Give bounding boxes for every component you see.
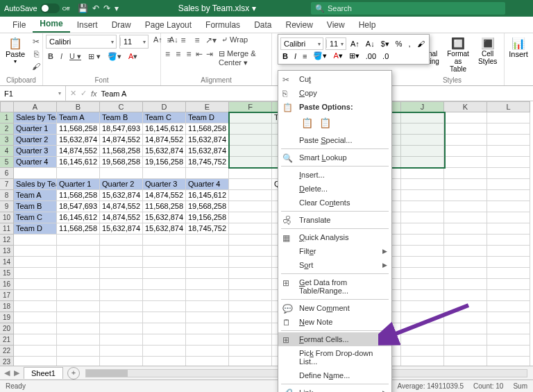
row-header[interactable]: 21 bbox=[0, 334, 14, 346]
cell[interactable]: 15,632,874 bbox=[143, 146, 186, 157]
row-header[interactable]: 12 bbox=[0, 235, 14, 246]
tab-draw[interactable]: Draw bbox=[105, 17, 138, 33]
row-header[interactable]: 20 bbox=[0, 323, 14, 334]
cell[interactable] bbox=[57, 301, 100, 312]
undo-icon[interactable]: ↶ bbox=[92, 3, 99, 13]
col-header[interactable]: B bbox=[57, 101, 100, 112]
ctx-delete[interactable]: Delete... bbox=[278, 182, 391, 196]
cell[interactable] bbox=[487, 346, 530, 357]
cell[interactable] bbox=[143, 312, 186, 323]
cell[interactable]: 14,874,552 bbox=[57, 146, 100, 157]
underline-button[interactable]: U ▾ bbox=[67, 51, 83, 62]
ctx-format-cells[interactable]: ⊞Format Cells... bbox=[278, 332, 391, 346]
bold-button[interactable]: B bbox=[46, 51, 56, 62]
cell[interactable] bbox=[444, 279, 487, 290]
cell[interactable] bbox=[143, 235, 186, 246]
cell[interactable] bbox=[57, 279, 100, 290]
cell[interactable] bbox=[57, 312, 100, 323]
accounting-format-icon[interactable]: $▾ bbox=[379, 39, 391, 49]
cell[interactable] bbox=[229, 235, 272, 246]
scrollbar-thumb[interactable] bbox=[86, 370, 128, 377]
cell[interactable] bbox=[229, 223, 272, 235]
ctx-smart-lookup[interactable]: 🔍Smart Lookup bbox=[278, 151, 391, 164]
column-headers[interactable]: ABCDEFGHIJKL bbox=[14, 101, 530, 112]
cell[interactable] bbox=[444, 146, 487, 157]
cell[interactable] bbox=[444, 157, 487, 168]
cell[interactable] bbox=[100, 246, 143, 257]
cell[interactable] bbox=[14, 301, 57, 312]
row-headers[interactable]: 123456789101112131415161718192021222324 bbox=[0, 112, 14, 379]
cell[interactable] bbox=[401, 246, 444, 257]
filename[interactable]: Sales by Team.xlsx ▾ bbox=[123, 3, 311, 13]
cell[interactable] bbox=[100, 268, 143, 279]
cell[interactable]: 11,568,258 bbox=[100, 146, 143, 157]
decrease-decimal-icon[interactable]: .0 bbox=[380, 51, 391, 61]
cell[interactable]: 18,547,693 bbox=[100, 123, 143, 135]
row-header[interactable]: 7 bbox=[0, 179, 14, 190]
cell[interactable] bbox=[401, 146, 444, 157]
cell[interactable] bbox=[444, 223, 487, 235]
format-painter-icon[interactable]: 🖌 bbox=[31, 61, 42, 72]
cell[interactable] bbox=[401, 290, 444, 301]
align-top-icon[interactable]: ≡ bbox=[164, 35, 175, 46]
col-header[interactable]: C bbox=[100, 101, 143, 112]
cell[interactable] bbox=[444, 246, 487, 257]
align-center-icon[interactable]: ≡ bbox=[174, 49, 182, 60]
cell[interactable]: Team D bbox=[186, 112, 229, 123]
cell[interactable]: 14,874,552 bbox=[100, 201, 143, 212]
cell[interactable] bbox=[57, 323, 100, 334]
format-painter-icon[interactable]: 🖌 bbox=[415, 39, 427, 49]
cell[interactable] bbox=[229, 279, 272, 290]
cell[interactable] bbox=[100, 323, 143, 334]
cell[interactable] bbox=[14, 268, 57, 279]
cell[interactable] bbox=[487, 301, 530, 312]
ctx-filter[interactable]: Filter▶ bbox=[278, 244, 391, 258]
ctx-get-data[interactable]: ⊞Get Data from Table/Range... bbox=[278, 275, 391, 298]
cell[interactable] bbox=[100, 257, 143, 268]
paste-button[interactable]: 📋 Paste ▾ bbox=[3, 35, 28, 66]
cell[interactable] bbox=[229, 179, 272, 190]
cell[interactable] bbox=[229, 323, 272, 334]
font-name-combo[interactable]: Calibri ▾ bbox=[46, 35, 117, 49]
cell[interactable] bbox=[487, 223, 530, 235]
cell[interactable] bbox=[229, 312, 272, 323]
cell[interactable] bbox=[100, 168, 143, 179]
row-header[interactable]: 9 bbox=[0, 201, 14, 212]
ctx-copy[interactable]: ⎘Copy bbox=[278, 86, 391, 100]
cell[interactable]: 19,156,258 bbox=[186, 212, 229, 223]
cell[interactable] bbox=[401, 157, 444, 168]
cell[interactable]: 16,145,612 bbox=[186, 190, 229, 201]
cell[interactable] bbox=[143, 323, 186, 334]
cell[interactable]: 16,145,612 bbox=[57, 157, 100, 168]
sheet-nav[interactable]: ◀▶ bbox=[0, 368, 24, 377]
font-size-combo[interactable]: 11 ▾ bbox=[119, 35, 149, 49]
cell[interactable] bbox=[444, 190, 487, 201]
cell[interactable]: 14,874,552 bbox=[143, 135, 186, 146]
row-header[interactable]: 11 bbox=[0, 223, 14, 235]
cell[interactable] bbox=[487, 323, 530, 334]
cell[interactable] bbox=[401, 257, 444, 268]
cell[interactable]: 15,632,874 bbox=[186, 135, 229, 146]
cell[interactable]: 11,568,258 bbox=[57, 223, 100, 235]
cell[interactable]: 16,145,612 bbox=[143, 123, 186, 135]
decrease-font-icon[interactable]: A↓ bbox=[364, 39, 377, 49]
cell[interactable] bbox=[487, 279, 530, 290]
cell[interactable] bbox=[401, 179, 444, 190]
select-all-corner[interactable] bbox=[0, 101, 14, 112]
tab-review[interactable]: Review bbox=[278, 17, 319, 33]
mini-font-combo[interactable]: Calibri ▾ bbox=[280, 37, 323, 50]
cell[interactable]: 19,568,258 bbox=[100, 157, 143, 168]
tab-view[interactable]: View bbox=[320, 17, 352, 33]
cell[interactable]: Quarter 2 bbox=[100, 179, 143, 190]
cell[interactable] bbox=[57, 257, 100, 268]
formula-value[interactable]: Team A bbox=[101, 90, 127, 98]
cell[interactable] bbox=[143, 334, 186, 346]
cell[interactable] bbox=[401, 346, 444, 357]
cell[interactable] bbox=[229, 334, 272, 346]
cell[interactable]: 15,632,874 bbox=[100, 223, 143, 235]
cell[interactable] bbox=[186, 235, 229, 246]
border-button[interactable]: ⊞ ▾ bbox=[86, 51, 103, 62]
cell[interactable] bbox=[229, 123, 272, 135]
cell[interactable] bbox=[186, 323, 229, 334]
ctx-insert[interactable]: Insert... bbox=[278, 168, 391, 182]
